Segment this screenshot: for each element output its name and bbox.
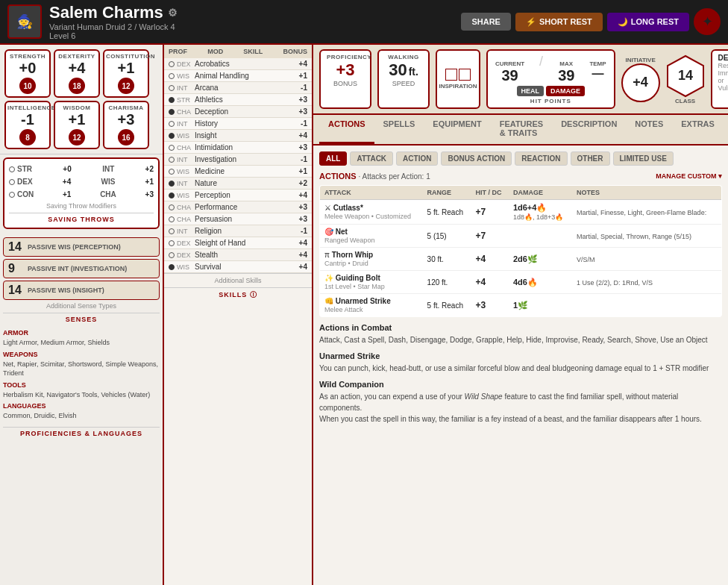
skill-bonus: -1 <box>289 155 307 163</box>
initiative-label: INITIATIVE <box>625 57 655 63</box>
proficiencies-section: ARMOR Light Armor, Medium Armor, Shields… <box>3 329 160 421</box>
skill-bonus: -1 <box>289 84 307 92</box>
attack-name: Guiding Bolt <box>336 274 380 282</box>
attack-sub: 1st Level • Star Map <box>324 283 385 290</box>
skill-dot <box>169 228 175 234</box>
initiative-val: +4 <box>633 75 648 90</box>
ability-strength: Strength +0 10 <box>4 49 51 98</box>
attack-icon: 🎯 <box>324 228 333 236</box>
header: 🧙 Salem Charms ⚙ Variant Human Druid 2 /… <box>0 0 728 45</box>
hp-buttons: HEAL DAMAGE <box>517 86 586 96</box>
subtab-bonus[interactable]: BONUS ACTION <box>441 151 512 166</box>
saving-throws-title: SAVING THROWS <box>9 213 154 223</box>
ability-charisma: Charisma +3 16 <box>103 101 149 149</box>
inspiration-square-2[interactable] <box>459 69 471 81</box>
subtab-limited[interactable]: LIMITED USE <box>613 151 674 166</box>
skill-bonus: +4 <box>289 239 307 247</box>
passives-section: 14 PASSIVE WIS (PERCEPTION) 9 PASSIVE IN… <box>3 235 160 323</box>
skill-row-insight: WIS Insight +4 <box>164 130 312 142</box>
long-rest-button[interactable]: 🌙 LONG REST <box>607 13 689 31</box>
skill-name: Survival <box>195 263 289 271</box>
skill-name: Animal Handling <box>195 72 289 80</box>
damage-button[interactable]: DAMAGE <box>546 86 585 96</box>
attack-sub: Cantrip • Druid <box>324 260 368 267</box>
proficiency-box: PROFICIENCY +3 BONUS <box>319 49 371 109</box>
attack-name: Net <box>336 228 348 236</box>
attack-notes <box>572 294 721 317</box>
skill-attr: CHA <box>177 204 195 211</box>
skills-footer[interactable]: Additional Skills <box>164 273 312 287</box>
settings-icon[interactable]: ⚙ <box>168 7 178 19</box>
skill-bonus: +2 <box>289 179 307 187</box>
skill-attr: INT <box>177 180 195 187</box>
attack-name: Cutlass* <box>333 204 363 212</box>
actions-label: ACTIONS · Attacks per Action: 1 <box>319 172 430 181</box>
ability-wisdom: Wisdom +1 12 <box>54 101 100 149</box>
attack-hit: +7 <box>471 200 508 225</box>
skill-dot <box>169 169 175 175</box>
skill-row-arcana: INT Arcana -1 <box>164 82 312 94</box>
skill-name: Acrobatics <box>195 60 289 68</box>
tab-features[interactable]: FEATURES & TRAITS <box>491 115 552 144</box>
manage-custom-button[interactable]: MANAGE CUSTOM ▾ <box>656 172 722 180</box>
skill-row-history: INT History -1 <box>164 118 312 130</box>
attack-damage: 1d6+4🔥1d8🔥, 1d8+3🔥 <box>509 200 572 225</box>
skill-name: History <box>195 119 289 128</box>
sub-tabs: ALL ATTACK ACTION BONUS ACTION REACTION … <box>319 151 722 166</box>
attack-notes: Martial, Special, Thrown, Range (5/15) <box>572 225 721 248</box>
left-panel: Strength +0 10 Dexterity +4 18 Constitut… <box>0 45 164 585</box>
initiative-container: INITIATIVE +4 <box>621 49 660 109</box>
skill-name: Sleight of Hand <box>195 239 289 247</box>
subtab-other[interactable]: OTHER <box>571 151 610 166</box>
attack-row[interactable]: ✨ Guiding Bolt 1st Level • Star Map 120 … <box>320 271 722 294</box>
tab-notes[interactable]: NOTES <box>626 115 672 144</box>
subtab-all[interactable]: ALL <box>319 151 347 166</box>
attack-row[interactable]: ⚔ Cutlass* Melee Weapon • Customized 5 f… <box>320 200 722 225</box>
subtab-reaction[interactable]: REACTION <box>515 151 567 166</box>
logo-button[interactable]: ✦ <box>694 8 721 35</box>
skill-dot <box>169 97 175 103</box>
skill-name: Intimidation <box>195 143 289 151</box>
attack-row[interactable]: π Thorn Whip Cantrip • Druid 30 ft. +4 2… <box>320 248 722 271</box>
tab-description[interactable]: DESCRIPTION <box>552 115 626 144</box>
attack-icon: ⚔ <box>324 204 331 212</box>
skill-dot <box>169 145 175 151</box>
skill-attr: WIS <box>177 263 195 271</box>
passive-insight: 14 PASSIVE WIS (INSIGHT) <box>3 281 160 300</box>
inspiration-square-1[interactable] <box>445 69 457 81</box>
attack-sub: Ranged Weapon <box>324 237 374 244</box>
attack-sub: Melee Attack <box>324 306 363 313</box>
attack-row[interactable]: 🎯 Net Ranged Weapon 5 (15) +7 Martial, S… <box>320 225 722 248</box>
passive-investigation: 9 PASSIVE INT (INVESTIGATION) <box>3 259 160 278</box>
skill-attr: INT <box>177 120 195 128</box>
stats-bar: PROFICIENCY +3 BONUS WALKING 30 ft. SPEE… <box>313 45 728 115</box>
skill-attr: DEX <box>177 251 195 259</box>
skill-dot <box>169 264 175 270</box>
skill-row-investigation: INT Investigation -1 <box>164 154 312 166</box>
skill-dot <box>169 157 175 163</box>
heal-button[interactable]: HEAL <box>517 86 545 96</box>
skill-attr: WIS <box>177 132 195 140</box>
col-attack: ATTACK <box>320 186 423 200</box>
tab-extras[interactable]: EXTRAS <box>672 115 724 144</box>
attack-row[interactable]: 👊 Unarmed Strike Melee Attack 5 ft. Reac… <box>320 294 722 317</box>
hp-temp: TEMP — <box>589 60 606 81</box>
tab-actions[interactable]: ACTIONS <box>319 115 374 144</box>
subtab-action[interactable]: ACTION <box>396 151 438 166</box>
skill-bonus: +3 <box>289 107 307 116</box>
initiative-circle: +4 <box>621 63 660 102</box>
share-button[interactable]: SHARE <box>461 13 511 31</box>
tab-spells[interactable]: SPELLS <box>374 115 424 144</box>
saving-throws-panel: STR +0 INT +2 DEX +4 WIS +1 CON +1 C <box>3 157 160 229</box>
short-rest-button[interactable]: ⚡ SHORT REST <box>515 13 603 31</box>
armor-container: 14 CLASS <box>666 49 705 109</box>
skill-name: Religion <box>195 227 289 235</box>
senses-sub: Additional Sense Types <box>3 302 160 310</box>
subtab-attack[interactable]: ATTACK <box>350 151 393 166</box>
attack-name-cell: ⚔ Cutlass* Melee Weapon • Customized <box>320 200 423 225</box>
skill-bonus: +4 <box>289 191 307 199</box>
tab-equipment[interactable]: EQUIPMENT <box>424 115 490 144</box>
main-tabs: ACTIONS SPELLS EQUIPMENT FEATURES & TRAI… <box>313 115 728 146</box>
skill-row-nature: INT Nature +2 <box>164 178 312 190</box>
actions-header: ACTIONS · Attacks per Action: 1 MANAGE C… <box>319 172 722 181</box>
